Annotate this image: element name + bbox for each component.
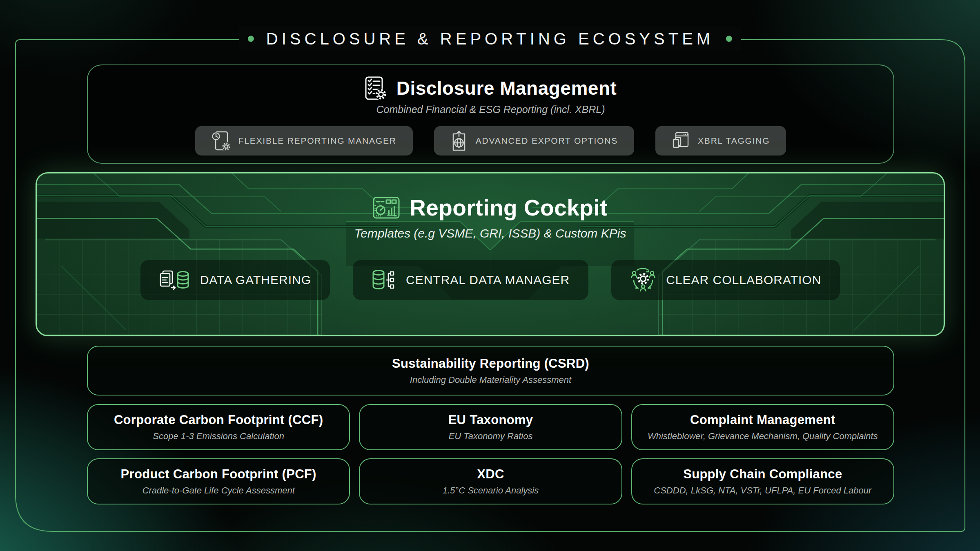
module-card-ccf: Corporate Carbon Footprint (CCF) Scope 1…	[87, 404, 350, 450]
module-card-complaint-management: Complaint Management Whistleblower, Grie…	[631, 404, 894, 450]
csrd-subtitle: Including Double Materiality Assessment	[410, 375, 571, 385]
feature-advanced-export-options: ADVANCED EXPORT OPTIONS	[434, 126, 634, 156]
database-nodes-icon	[372, 269, 396, 291]
feature-label: CLEAR COLLABORATION	[666, 273, 821, 287]
module-title: EU Taxonomy	[448, 413, 533, 427]
page-header: DISCLOSURE & REPORTING ECOSYSTEM	[239, 27, 741, 51]
module-title: Complaint Management	[690, 413, 835, 427]
reporting-cockpit-section: Reporting Cockpit Templates (e.g VSME, G…	[36, 172, 945, 336]
dashboard-icon	[373, 197, 400, 219]
feature-label: DATA GATHERING	[200, 273, 311, 287]
module-title: Corporate Carbon Footprint (CCF)	[114, 413, 323, 427]
people-gear-icon	[630, 268, 656, 292]
module-card-pcf: Product Carbon Footprint (PCF) Cradle-to…	[87, 458, 350, 504]
module-card-eu-taxonomy: EU Taxonomy EU Taxonomy Ratios	[359, 404, 622, 450]
module-subtitle: EU Taxonomy Ratios	[449, 431, 533, 442]
page-background: DISCLOSURE & REPORTING ECOSYSTEM Discl	[0, 0, 980, 551]
disclosure-subtitle: Combined Financial & ESG Reporting (incl…	[376, 104, 605, 116]
disclosure-title: Disclosure Management	[396, 77, 617, 99]
feature-label: ADVANCED EXPORT OPTIONS	[476, 136, 618, 146]
modules-grid: Corporate Carbon Footprint (CCF) Scope 1…	[87, 404, 894, 504]
disclosure-management-section: Disclosure Management Combined Financial…	[87, 64, 894, 164]
module-subtitle: Cradle-to-Gate Life Cycle Assessment	[143, 485, 295, 496]
module-subtitle: CSDDD, LkSG, NTA, VSTr, UFLPA, EU Forced…	[654, 485, 871, 496]
page-title: DISCLOSURE & REPORTING ECOSYSTEM	[266, 30, 714, 48]
feature-clear-collaboration: CLEAR COLLABORATION	[611, 260, 840, 300]
feature-label: FLEXIBLE REPORTING MANAGER	[238, 136, 396, 146]
disclosure-feature-row: FLEXIBLE REPORTING MANAGER ADVANCED EXPO…	[195, 126, 786, 156]
checklist-gear-icon	[365, 76, 387, 100]
module-subtitle: Whistleblower, Grievance Mechanism, Qual…	[648, 431, 878, 442]
module-card-supply-chain: Supply Chain Compliance CSDDD, LkSG, NTA…	[631, 458, 894, 504]
module-card-xdc: XDC 1.5°C Scenario Analysis	[359, 458, 622, 504]
module-title: Supply Chain Compliance	[683, 467, 842, 482]
cockpit-subtitle: Templates (e.g VSME, GRI, ISSB) & Custom…	[354, 227, 626, 240]
feature-label: CENTRAL DATA MANAGER	[406, 273, 570, 287]
xbrl-windows-icon	[672, 131, 690, 151]
feature-data-gathering: DATA GATHERING	[140, 260, 330, 300]
module-subtitle: 1.5°C Scenario Analysis	[443, 485, 539, 496]
document-to-database-icon	[159, 269, 190, 291]
header-dot-right-icon	[726, 36, 732, 42]
report-clock-gear-icon	[212, 130, 230, 151]
feature-flexible-reporting-manager: FLEXIBLE REPORTING MANAGER	[195, 126, 413, 156]
module-title: Product Carbon Footprint (PCF)	[121, 467, 316, 482]
cockpit-feature-row: DATA GATHERING	[140, 260, 840, 300]
header-dot-left-icon	[248, 36, 254, 42]
module-title: XDC	[477, 467, 504, 482]
module-subtitle: Scope 1-3 Emissions Calculation	[153, 431, 284, 442]
csrd-title: Sustainability Reporting (CSRD)	[392, 356, 589, 371]
feature-xbrl-tagging: XBRL TAGGING	[655, 126, 786, 156]
cockpit-title: Reporting Cockpit	[410, 195, 608, 221]
globe-export-icon	[450, 130, 468, 151]
csrd-section: Sustainability Reporting (CSRD) Includin…	[87, 346, 894, 395]
feature-central-data-manager: CENTRAL DATA MANAGER	[353, 260, 588, 300]
feature-label: XBRL TAGGING	[698, 136, 770, 146]
